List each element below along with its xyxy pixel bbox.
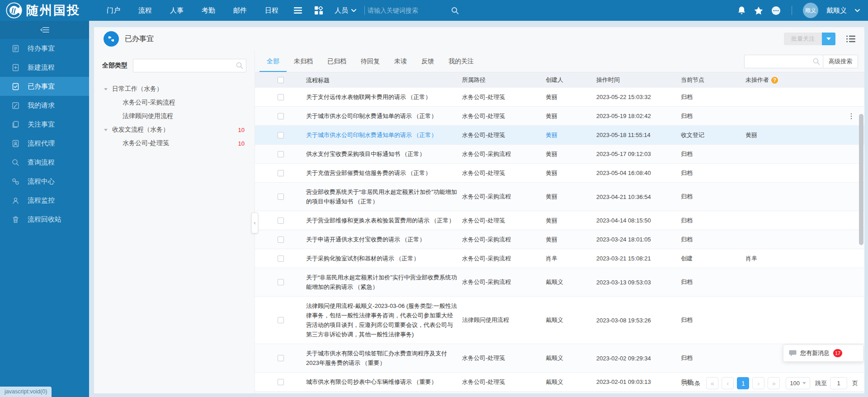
row-checkbox[interactable] [278, 194, 284, 200]
cell-flow-title[interactable]: 关于采购化验室试剂和器材的请示 （正常） [306, 249, 458, 268]
column-header-node[interactable]: 当前节点 [676, 76, 741, 84]
row-more-actions-icon[interactable]: ⋮ [848, 112, 855, 120]
cell-creator[interactable]: 黄丽 [541, 236, 592, 244]
cell-creator[interactable]: 黄丽 [541, 150, 592, 158]
column-header-operator[interactable]: 未操作者 ? [741, 76, 838, 84]
panel-collapse-handle[interactable]: ‹ [251, 213, 258, 233]
row-checkbox[interactable] [278, 317, 284, 323]
select-all-checkbox[interactable] [278, 77, 284, 83]
row-checkbox[interactable] [278, 236, 284, 243]
table-row[interactable]: 关于充值营业部催费短信服务费的请示 （正常） 水务公司-处理笺 黄丽 2023-… [255, 164, 864, 183]
row-checkbox[interactable] [278, 379, 284, 385]
cell-flow-title[interactable]: 关于“非居民用水超定额累计加价”实行中营业部收费系统功能增加的采购请示 （紧急） [306, 268, 458, 296]
list-view-icon[interactable] [846, 35, 855, 43]
status-tab-未读[interactable]: 未读 [387, 51, 414, 72]
cell-creator[interactable]: 黄丽 [541, 93, 592, 101]
sidebar-item-我的请求[interactable]: 我的请求 [0, 96, 89, 115]
tree-item[interactable]: 水务公司-处理笺 10 [102, 137, 246, 150]
table-row[interactable]: 关于“非居民用水超定额累计加价”实行中营业部收费系统功能增加的采购请示 （紧急）… [255, 268, 864, 297]
tree-item[interactable]: 日常工作（水务） [102, 82, 246, 96]
favorites-star-icon[interactable] [754, 6, 763, 15]
navbar-menu-item-6[interactable]: 日程 [256, 0, 288, 21]
row-checkbox[interactable] [278, 132, 284, 138]
navbar-menu-item-4[interactable]: 考勤 [193, 0, 224, 21]
user-avatar[interactable]: 顺义 [803, 3, 818, 18]
cell-creator[interactable]: 戴顺义 [541, 378, 592, 386]
help-question-icon[interactable]: ? [771, 77, 778, 84]
column-header-path[interactable]: 所属路径 [458, 76, 541, 84]
cell-creator[interactable]: 黄丽 [541, 169, 592, 177]
sidebar-item-已办事宜[interactable]: 已办事宜 [0, 77, 89, 96]
tree-item[interactable]: 收发文流程（水务） 10 [102, 123, 246, 137]
row-checkbox[interactable] [278, 355, 284, 361]
search-scope-dropdown[interactable]: 人员 [329, 6, 362, 15]
navbar-menu-item-1[interactable]: 门户 [98, 0, 129, 21]
cell-creator[interactable]: 黄丽 [541, 217, 592, 225]
row-checkbox[interactable] [278, 113, 284, 119]
status-tab-待回复[interactable]: 待回复 [354, 51, 387, 72]
cell-creator[interactable]: 肖芈 [541, 255, 592, 263]
table-search-input[interactable] [744, 55, 823, 68]
sidebar-item-流程代理[interactable]: 流程代理 [0, 134, 89, 153]
cell-flow-title[interactable]: 关于充值营业部催费短信服务费的请示 （正常） [306, 164, 458, 182]
current-page-button[interactable]: 1 [737, 377, 749, 389]
cell-flow-title[interactable]: 关于营业部维修和更换水表检验装置费用的请示 （正常） [306, 211, 458, 230]
row-checkbox[interactable] [278, 217, 284, 224]
search-icon[interactable] [451, 7, 459, 14]
brand[interactable]: 随州国投 [0, 2, 90, 19]
cell-creator[interactable]: 黄丽 [541, 193, 592, 201]
cell-flow-title[interactable]: 关于城市供水公司印制水费通知单的请示 （正常） [306, 126, 458, 144]
navbar-menu-item-5[interactable]: 邮件 [224, 0, 256, 21]
next-page-button[interactable]: › [752, 377, 764, 389]
global-search-input[interactable] [368, 7, 451, 14]
apps-grid-icon[interactable] [308, 0, 329, 21]
sidebar-item-查询流程[interactable]: 查询流程 [0, 153, 89, 172]
column-header-creator[interactable]: 创建人 [541, 76, 592, 84]
cell-creator[interactable]: 戴顺义 [541, 278, 592, 286]
table-row[interactable]: 法律顾问使用流程-戴顺义-2023-03-06 (服务类型:一般性法律事务，包括… [255, 297, 864, 344]
advanced-search-button[interactable]: 高级搜索 [823, 55, 858, 68]
row-checkbox[interactable] [278, 94, 284, 100]
sidebar-item-关注事宜[interactable]: 关注事宜 [0, 115, 89, 134]
navbar-menu-item-3[interactable]: 人事 [161, 0, 193, 21]
status-tab-全部[interactable]: 全部 [259, 51, 287, 72]
cell-creator[interactable]: 戴顺义 [541, 316, 592, 324]
status-tab-已归档[interactable]: 已归档 [320, 51, 354, 72]
row-checkbox[interactable] [278, 279, 284, 285]
batch-follow-dropdown-button[interactable] [822, 33, 835, 45]
cell-flow-title[interactable]: 关于城市供水有限公司续签鄂汇办水费查询程序及支付2023年服务费的请示 （重要） [306, 344, 458, 372]
row-checkbox[interactable] [278, 255, 284, 262]
table-row[interactable]: 关于采购化验室试剂和器材的请示 （正常） 水务公司-采购流程 肖芈 2023-0… [255, 249, 864, 268]
row-checkbox[interactable] [278, 170, 284, 176]
cell-flow-title[interactable]: 供水支付宝收费采购项目中标通知书 （正常） [306, 145, 458, 163]
tree-item[interactable]: 水务公司-采购流程 [102, 96, 246, 109]
status-tab-我的关注[interactable]: 我的关注 [441, 51, 481, 72]
sidebar-item-流程回收站[interactable]: 流程回收站 [0, 210, 89, 229]
cell-flow-title[interactable]: 关于城市供水公司印制水费通知单的请示 （正常） [306, 107, 458, 125]
cell-flow-title[interactable]: 城市供水有限公司抄表中心车辆维修请示 （重要） [306, 373, 458, 391]
cell-flow-title[interactable]: 营业部收费系统关于“非居民用水超定额累计加价”功能增加的项目中标通知书 （正常） [306, 183, 458, 211]
table-row[interactable]: 营业部收费系统关于“非居民用水超定额累计加价”功能增加的项目中标通知书 （正常）… [255, 183, 864, 211]
table-row[interactable]: 关于申请开通供水支付宝收费的请示 （正常） 水务公司-采购流程 黄丽 2023-… [255, 230, 864, 249]
cell-creator[interactable]: 黄丽 [541, 131, 592, 139]
batch-follow-button[interactable]: 批量关注 [784, 33, 822, 45]
type-search-input[interactable] [133, 59, 246, 72]
tree-expand-caret-icon[interactable] [104, 88, 108, 90]
page-size-select[interactable]: 100 [786, 377, 810, 389]
cell-creator[interactable]: 黄丽 [541, 112, 592, 120]
notification-bell-icon[interactable] [737, 6, 746, 15]
tree-expand-caret-icon[interactable] [104, 129, 108, 131]
last-page-button[interactable]: » [768, 377, 780, 389]
more-options-icon[interactable] [771, 6, 781, 15]
sidebar-item-新建流程[interactable]: 新建流程 [0, 58, 89, 77]
scrollbar-thumb[interactable] [859, 114, 863, 245]
status-tab-反馈[interactable]: 反馈 [414, 51, 441, 72]
user-menu-chevron-icon[interactable] [855, 9, 860, 12]
sidebar-item-流程监控[interactable]: 流程监控 [0, 191, 89, 210]
table-row[interactable]: 关于城市供水公司印制水费通知单的请示 （正常） 水务公司-处理笺 黄丽 2023… [255, 126, 864, 145]
column-header-title[interactable]: 流程标题 [306, 76, 458, 85]
table-row[interactable]: 关于城市供水公司印制水费通知单的请示 （正常） 水务公司-处理笺 黄丽 2023… [255, 107, 864, 126]
prev-page-button[interactable]: ‹ [722, 377, 734, 389]
sidebar-item-待办事宜[interactable]: 待办事宜 [0, 39, 89, 58]
cell-flow-title[interactable]: 关于申请开通供水支付宝收费的请示 （正常） [306, 230, 458, 249]
